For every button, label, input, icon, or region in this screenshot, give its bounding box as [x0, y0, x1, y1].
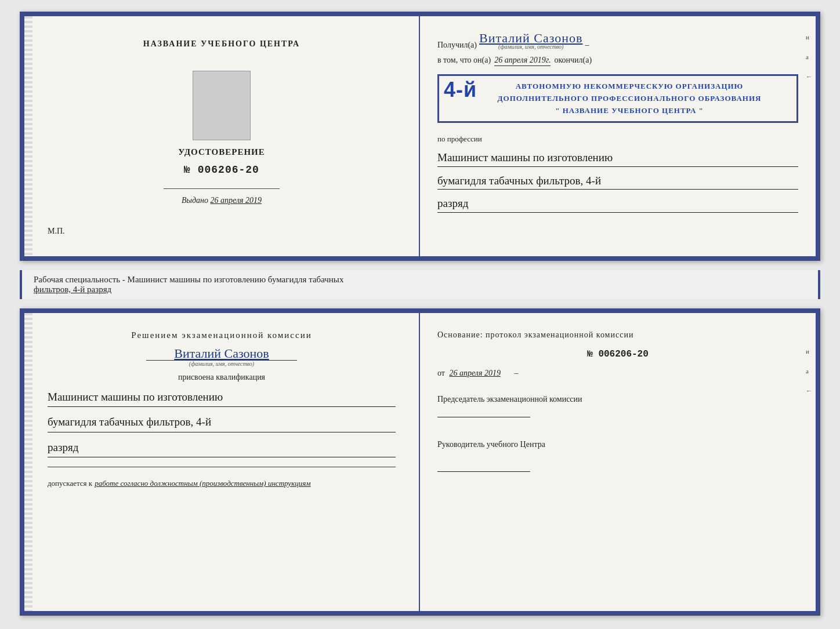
bottom-mark-arrow: ←: [806, 387, 812, 394]
cert-label: УДОСТОВЕРЕНИЕ: [178, 147, 265, 157]
vydano-row: Выдано 26 апреля 2019: [182, 196, 262, 205]
profession-line1: Машинист машины по изготовлению: [437, 150, 798, 167]
decision-title: Решением экзаменационной комиссии: [48, 330, 396, 340]
vtom-row: в том, что он(а) 26 апреля 2019г. окончи…: [437, 56, 798, 66]
middle-text-block: Рабочая специальность - Машинист машины …: [20, 270, 820, 299]
stamp-line2: ДОПОЛНИТЕЛЬНОГО ПРОФЕССИОНАЛЬНОГО ОБРАЗО…: [469, 93, 790, 105]
recipient-sub: (фамилия, имя, отчество): [479, 43, 582, 50]
qual-line3: разряд: [48, 438, 396, 457]
vtom-okonchil: окончил(а): [554, 56, 592, 65]
bottom-mark-a: а: [806, 368, 812, 375]
dash: –: [585, 41, 589, 50]
stamp-line1: АВТОНОМНУЮ НЕКОММЕРЧЕСКУЮ ОРГАНИЗАЦИЮ: [469, 81, 790, 93]
dopuskaetsya-prefix: допускается к: [48, 479, 92, 488]
bottom-name: Виталий Сазонов: [174, 346, 269, 361]
mark-arrow: ←: [806, 73, 812, 80]
osnovaniye-text: Основание: протокол экзаменационной коми…: [437, 330, 798, 340]
po-professii-label: по профессии: [437, 134, 798, 144]
stamp-block: 4-й АВТОНОМНУЮ НЕКОММЕРЧЕСКУЮ ОРГАНИЗАЦИ…: [437, 74, 798, 123]
bottom-left-texture: [24, 313, 32, 611]
predsedatel-block: Председатель экзаменационной комиссии: [437, 393, 798, 417]
ot-dash: –: [514, 369, 518, 377]
poluchil-row: Получил(а) Виталий Сазонов (фамилия, имя…: [437, 31, 798, 50]
qual-line2: бумагидля табачных фильтров, 4-й: [48, 413, 396, 432]
profession-line2: бумагидля табачных фильтров, 4-й: [437, 173, 798, 190]
top-left-center: УДОСТОВЕРЕНИЕ № 006206-20 Выдано 26 апре…: [164, 71, 280, 205]
prisvoena-label: присвоена квалификация: [48, 373, 396, 382]
predsedatel-title: Председатель экзаменационной комиссии: [437, 393, 798, 405]
bottom-mark-i: и: [806, 348, 812, 355]
cert-number: № 006206-20: [184, 164, 259, 176]
middle-text-line1: Рабочая специальность - Машинист машины …: [34, 275, 343, 284]
photo-placeholder: [193, 71, 251, 140]
bottom-sidebar-marks: и а ←: [806, 348, 812, 394]
bottom-ot-row: от 26 апреля 2019 –: [437, 369, 798, 378]
predsedatel-signature-line: [437, 417, 530, 417]
top-document: НАЗВАНИЕ УЧЕБНОГО ЦЕНТРА УДОСТОВЕРЕНИЕ №…: [20, 12, 820, 261]
top-doc-left: НАЗВАНИЕ УЧЕБНОГО ЦЕНТРА УДОСТОВЕРЕНИЕ №…: [24, 16, 420, 256]
vtom-prefix: в том, что он(а): [437, 56, 491, 65]
bottom-doc-left: Решением экзаменационной комиссии Витали…: [24, 313, 420, 611]
top-doc-right: и а ← Получил(а) Виталий Сазонов (фамили…: [420, 16, 816, 256]
mark-a: а: [806, 53, 812, 60]
stamp-num: 4-й: [444, 73, 477, 107]
bottom-cert-number: № 006206-20: [437, 349, 798, 359]
recipient-name-wrapper: Виталий Сазонов (фамилия, имя, отчество): [479, 31, 582, 50]
dopuskaetsya-row: допускается к работе согласно должностны…: [48, 479, 396, 488]
rukovoditel-title: Руководитель учебного Центра: [437, 438, 798, 450]
bottom-doc-right: и а ← Основание: протокол экзаменационно…: [420, 313, 816, 611]
ot-date: 26 апреля 2019: [449, 369, 500, 377]
mark-i: и: [806, 34, 812, 41]
rukovoditel-signature-line: [437, 471, 530, 472]
poluchil-prefix: Получил(а): [437, 41, 477, 50]
qual-line1: Машинист машины по изготовлению: [48, 388, 396, 407]
top-left-title: НАЗВАНИЕ УЧЕБНОГО ЦЕНТРА: [143, 39, 300, 49]
mp-label: М.П.: [48, 227, 65, 236]
vtom-date: 26 апреля 2019г.: [494, 56, 551, 66]
bottom-document: Решением экзаменационной комиссии Витали…: [20, 308, 820, 616]
middle-text-line2: фильтров, 4-й разряд: [34, 285, 111, 294]
profession-line3: разряд: [437, 195, 798, 213]
vydano-date: 26 апреля 2019: [211, 196, 262, 205]
sidebar-marks: и а ←: [806, 34, 812, 80]
dopuskaetsya-val: работе согласно должностным (производств…: [95, 479, 310, 488]
ot-prefix: от: [437, 369, 445, 377]
bottom-name-sub: (фамилия, имя, отчество): [189, 361, 254, 367]
stamp-line3: " НАЗВАНИЕ УЧЕБНОГО ЦЕНТРА ": [469, 105, 790, 117]
vydano-label: Выдано: [182, 196, 208, 205]
